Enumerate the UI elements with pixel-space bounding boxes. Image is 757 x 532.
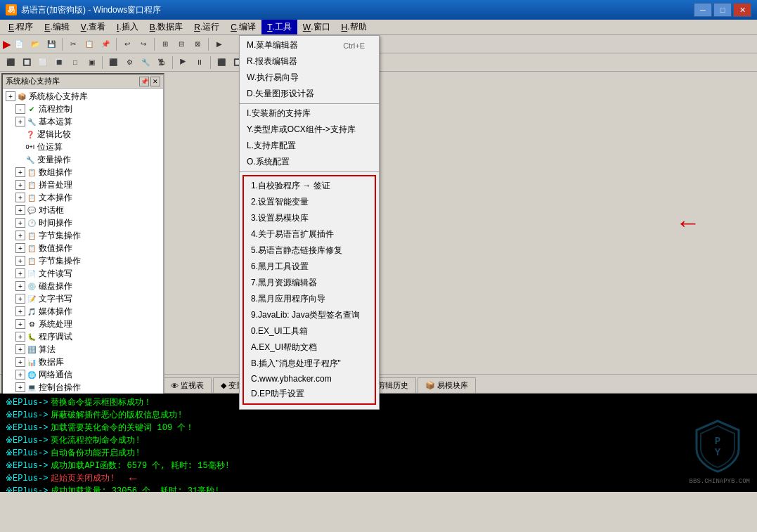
panel-pin-button[interactable]: 📌: [139, 77, 149, 86]
tree-item[interactable]: 0+I 位运算: [4, 141, 162, 153]
menu-view[interactable]: V.查看: [75, 20, 111, 34]
tb2-12[interactable]: ⏸: [192, 55, 207, 70]
expand-icon[interactable]: +: [15, 180, 25, 190]
close-button[interactable]: ✕: [733, 3, 751, 17]
menu-item-vector[interactable]: D.矢量图形设计器: [240, 86, 379, 102]
tree-item[interactable]: + 🐛 程序调试: [4, 330, 162, 343]
menu-help[interactable]: H.帮助: [336, 20, 373, 34]
menu-item-report-editor[interactable]: R.报表编辑器: [240, 53, 379, 70]
tb-next[interactable]: ▶: [212, 37, 227, 52]
menu-item-website[interactable]: C.www.ybhacker.com: [244, 372, 375, 386]
maximize-button[interactable]: □: [713, 3, 732, 17]
tree-item[interactable]: 🔧 变量操作: [4, 153, 162, 166]
tb2-2[interactable]: 🔲: [19, 55, 34, 70]
menu-insert[interactable]: I.插入: [111, 20, 144, 34]
expand-icon[interactable]: +: [6, 91, 15, 101]
tree-item[interactable]: + 🎵 媒体操作: [4, 305, 162, 318]
menu-edit[interactable]: E.编辑: [39, 20, 75, 34]
tree-item[interactable]: + 💬 对话框: [4, 204, 162, 216]
tree-item[interactable]: - ✔ 流程控制: [4, 103, 162, 115]
expand-icon[interactable]: +: [15, 382, 25, 392]
expand-icon[interactable]: +: [15, 193, 25, 202]
menu-program[interactable]: E.程序: [3, 20, 39, 34]
menu-window[interactable]: W.窗口: [297, 20, 336, 34]
tb-undo[interactable]: ↩: [119, 37, 135, 52]
tree-item[interactable]: + 🔢 算法: [4, 343, 162, 356]
menu-run[interactable]: R.运行: [188, 20, 225, 34]
tb-copy[interactable]: 📋: [82, 37, 97, 52]
menu-item-exui-box[interactable]: 0.EX_UI工具箱: [244, 323, 375, 339]
expand-icon[interactable]: +: [15, 370, 25, 379]
tree-item[interactable]: + 📋 文本操作: [4, 191, 162, 204]
panel-close-button[interactable]: ✕: [150, 77, 160, 86]
menu-tools[interactable]: T.工具: [261, 20, 297, 34]
tb2-4[interactable]: 🔳: [51, 55, 67, 70]
menu-db[interactable]: B.数据库: [144, 20, 188, 34]
tb-open[interactable]: 📂: [27, 37, 43, 52]
tree-item[interactable]: + 📋 字节集操作: [4, 254, 162, 267]
expand-icon[interactable]: +: [15, 332, 25, 342]
tb2-8[interactable]: ⚙: [122, 55, 137, 70]
tree-item[interactable]: + 📋 字节集操作: [4, 229, 162, 242]
menu-item-moon-tools[interactable]: 6.黑月工具设置: [244, 259, 375, 275]
tb-cut[interactable]: ✂: [65, 37, 81, 52]
expand-icon[interactable]: +: [15, 205, 25, 215]
tb-redo[interactable]: ↪: [136, 37, 151, 52]
tb2-7[interactable]: ⬛: [105, 55, 121, 70]
tb2-1[interactable]: ⬛: [3, 55, 18, 70]
tree-item[interactable]: + 📝 文字书写: [4, 292, 162, 305]
menu-item-exui-help[interactable]: A.EX_UI帮助文档: [244, 339, 375, 356]
expand-icon[interactable]: +: [15, 268, 25, 278]
minimize-button[interactable]: ─: [694, 3, 712, 17]
expand-icon[interactable]: +: [15, 344, 25, 354]
menu-item-smart-var[interactable]: 2.设置智能变量: [244, 194, 375, 210]
expand-icon[interactable]: +: [15, 218, 25, 228]
expand-icon[interactable]: +: [15, 167, 25, 177]
expand-icon[interactable]: +: [15, 117, 25, 126]
tb-view1[interactable]: ⊞: [157, 37, 173, 52]
tree-item[interactable]: + 📋 拼音处理: [4, 179, 162, 191]
tab-emodule[interactable]: 📦 易模块库: [418, 377, 476, 393]
tree-item[interactable]: + 📦 系统核心支持库: [4, 90, 162, 103]
expand-icon[interactable]: +: [15, 357, 25, 367]
expand-icon[interactable]: -: [15, 104, 25, 114]
tree-item[interactable]: + 📋 数组操作: [4, 166, 162, 179]
tb-new[interactable]: 📄: [11, 37, 27, 52]
tb2-9[interactable]: 🔧: [138, 55, 153, 70]
tb-paste[interactable]: 📌: [98, 37, 113, 52]
tree-item[interactable]: + 🕐 时间操作: [4, 216, 162, 229]
menu-item-insert-msg[interactable]: B.插入"消息处理子程序": [244, 356, 375, 372]
menu-item-moon-res[interactable]: 7.黑月资源编辑器: [244, 275, 375, 291]
menu-item-wizard[interactable]: W.执行易向导: [240, 70, 379, 86]
expand-icon[interactable]: +: [15, 294, 25, 304]
tree-item[interactable]: + 💿 磁盘操作: [4, 280, 162, 292]
menu-compile[interactable]: C.编译: [225, 20, 261, 34]
tb-view3[interactable]: ⊠: [190, 37, 205, 52]
menu-item-sys-config[interactable]: O.系统配置: [240, 154, 379, 170]
tb2-6[interactable]: ▣: [84, 55, 99, 70]
menu-item-verify[interactable]: 1.自校验程序 → 签证: [244, 178, 375, 194]
tb-save[interactable]: 💾: [44, 37, 59, 52]
menu-item-plugin[interactable]: 4.关于易语言扩展插件: [244, 226, 375, 242]
tree-item[interactable]: + 💻 控制台操作: [4, 381, 162, 394]
menu-item-ep-settings[interactable]: D.EP助手设置: [244, 386, 375, 402]
expand-icon[interactable]: +: [15, 256, 25, 266]
menu-item-moon-wizard[interactable]: 8.黑月应用程序向导: [244, 291, 375, 307]
menu-item-lib-config[interactable]: L.支持库配置: [240, 138, 379, 154]
expand-icon[interactable]: +: [15, 231, 25, 240]
tree-item[interactable]: + 📄 文件读写: [4, 267, 162, 280]
tree-item[interactable]: + ⚙ 系统处理: [4, 318, 162, 330]
tb2-11[interactable]: ⯈: [176, 55, 191, 70]
menu-item-javalib[interactable]: 9.JavaLib: Java类型签名查询: [244, 307, 375, 323]
tb2-5[interactable]: □: [67, 55, 83, 70]
tb2-10[interactable]: 🗜: [154, 55, 169, 70]
tree-item[interactable]: ❓ 逻辑比较: [4, 128, 162, 141]
tree-item[interactable]: + 📊 数据库: [4, 356, 162, 368]
menu-item-module-lib[interactable]: 3.设置易模块库: [244, 210, 375, 226]
menu-item-static-fix[interactable]: 5.易语言静态链接库修复: [244, 242, 375, 259]
menu-item-install-lib[interactable]: I.安装新的支持库: [240, 105, 379, 122]
tb2-3[interactable]: ⬜: [35, 55, 51, 70]
menu-item-menu-editor[interactable]: M.菜单编辑器 Ctrl+E: [240, 37, 379, 53]
expand-icon[interactable]: +: [15, 306, 25, 316]
tree-item[interactable]: + 📋 数值操作: [4, 242, 162, 254]
